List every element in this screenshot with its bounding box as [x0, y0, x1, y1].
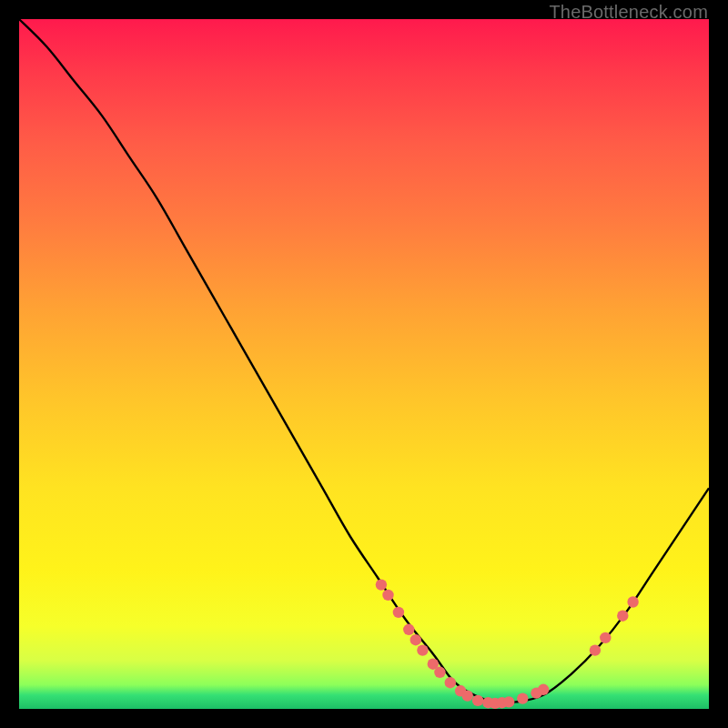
chart-marker — [590, 644, 601, 655]
chart-markers — [376, 579, 639, 709]
chart-marker — [410, 634, 421, 645]
chart-plot-area — [19, 19, 709, 709]
chart-marker — [462, 690, 473, 701]
chart-marker — [434, 667, 445, 678]
chart-marker — [472, 695, 483, 706]
chart-marker — [600, 632, 611, 643]
attribution-text: TheBottleneck.com — [549, 2, 708, 23]
chart-marker — [403, 624, 414, 635]
chart-marker — [445, 677, 456, 688]
bottleneck-curve-path — [19, 19, 709, 703]
chart-marker — [382, 590, 393, 601]
chart-marker — [393, 607, 404, 618]
chart-marker — [538, 684, 549, 695]
chart-marker — [627, 596, 638, 607]
chart-marker — [617, 611, 628, 622]
chart-svg — [19, 19, 709, 709]
chart-marker — [417, 644, 428, 655]
chart-frame: TheBottleneck.com — [0, 0, 728, 728]
chart-marker — [517, 693, 528, 703]
chart-marker — [376, 579, 387, 590]
chart-marker — [503, 696, 514, 707]
